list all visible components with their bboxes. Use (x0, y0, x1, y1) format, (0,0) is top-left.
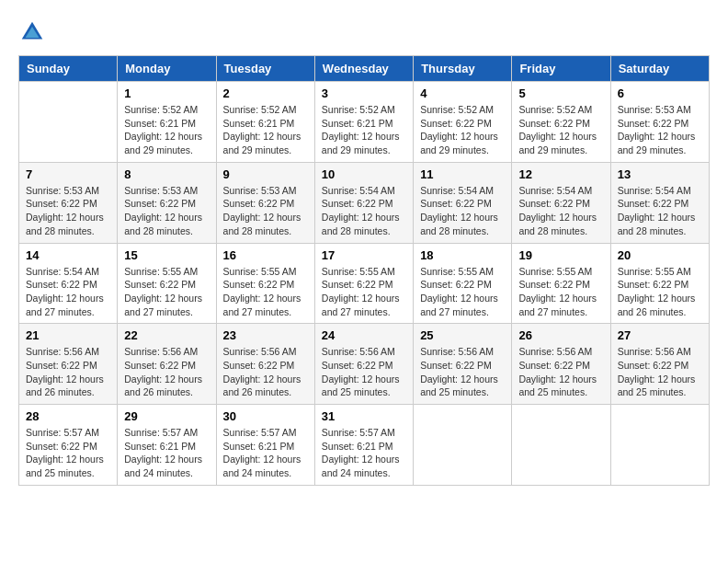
day-cell: 3Sunrise: 5:52 AM Sunset: 6:21 PM Daylig… (314, 82, 413, 163)
col-header-sunday: Sunday (19, 56, 118, 82)
day-cell: 23Sunrise: 5:56 AM Sunset: 6:22 PM Dayli… (216, 324, 314, 405)
day-info: Sunrise: 5:56 AM Sunset: 6:22 PM Dayligh… (26, 345, 110, 399)
day-info: Sunrise: 5:56 AM Sunset: 6:22 PM Dayligh… (223, 345, 308, 399)
day-cell: 26Sunrise: 5:56 AM Sunset: 6:22 PM Dayli… (512, 324, 610, 405)
day-cell: 2Sunrise: 5:52 AM Sunset: 6:21 PM Daylig… (216, 82, 314, 163)
col-header-tuesday: Tuesday (216, 56, 314, 82)
day-info: Sunrise: 5:56 AM Sunset: 6:22 PM Dayligh… (124, 345, 209, 399)
day-number: 7 (26, 167, 110, 181)
day-info: Sunrise: 5:54 AM Sunset: 6:22 PM Dayligh… (322, 184, 406, 238)
day-cell: 8Sunrise: 5:53 AM Sunset: 6:22 PM Daylig… (118, 162, 216, 243)
logo-icon (18, 18, 46, 46)
day-number: 21 (26, 328, 110, 342)
day-info: Sunrise: 5:57 AM Sunset: 6:21 PM Dayligh… (223, 426, 308, 480)
day-cell (512, 405, 610, 486)
day-cell: 7Sunrise: 5:53 AM Sunset: 6:22 PM Daylig… (19, 162, 118, 243)
day-number: 10 (322, 167, 406, 181)
day-cell: 30Sunrise: 5:57 AM Sunset: 6:21 PM Dayli… (216, 405, 314, 486)
day-number: 5 (518, 86, 603, 100)
day-cell: 20Sunrise: 5:55 AM Sunset: 6:22 PM Dayli… (610, 243, 709, 324)
day-cell: 17Sunrise: 5:55 AM Sunset: 6:22 PM Dayli… (314, 243, 413, 324)
logo (18, 18, 50, 46)
day-cell: 9Sunrise: 5:53 AM Sunset: 6:22 PM Daylig… (216, 162, 314, 243)
day-number: 29 (124, 409, 209, 423)
day-info: Sunrise: 5:56 AM Sunset: 6:22 PM Dayligh… (322, 345, 406, 399)
day-number: 2 (223, 86, 308, 100)
day-cell: 16Sunrise: 5:55 AM Sunset: 6:22 PM Dayli… (216, 243, 314, 324)
day-info: Sunrise: 5:52 AM Sunset: 6:22 PM Dayligh… (518, 103, 603, 157)
day-number: 27 (618, 328, 702, 342)
day-info: Sunrise: 5:55 AM Sunset: 6:22 PM Dayligh… (518, 265, 603, 319)
day-info: Sunrise: 5:53 AM Sunset: 6:22 PM Dayligh… (124, 184, 209, 238)
day-number: 16 (223, 248, 308, 262)
day-cell: 25Sunrise: 5:56 AM Sunset: 6:22 PM Dayli… (414, 324, 512, 405)
day-cell: 12Sunrise: 5:54 AM Sunset: 6:22 PM Dayli… (512, 162, 610, 243)
day-number: 28 (26, 409, 110, 423)
day-number: 15 (124, 248, 209, 262)
day-info: Sunrise: 5:55 AM Sunset: 6:22 PM Dayligh… (420, 265, 505, 319)
day-number: 30 (223, 409, 308, 423)
header (18, 18, 710, 46)
day-cell: 14Sunrise: 5:54 AM Sunset: 6:22 PM Dayli… (19, 243, 118, 324)
day-info: Sunrise: 5:52 AM Sunset: 6:21 PM Dayligh… (322, 103, 406, 157)
week-row-3: 14Sunrise: 5:54 AM Sunset: 6:22 PM Dayli… (19, 243, 710, 324)
day-cell: 11Sunrise: 5:54 AM Sunset: 6:22 PM Dayli… (414, 162, 512, 243)
day-info: Sunrise: 5:53 AM Sunset: 6:22 PM Dayligh… (618, 103, 702, 157)
day-number: 4 (420, 86, 505, 100)
day-cell: 6Sunrise: 5:53 AM Sunset: 6:22 PM Daylig… (610, 82, 709, 163)
day-info: Sunrise: 5:56 AM Sunset: 6:22 PM Dayligh… (420, 345, 505, 399)
week-row-4: 21Sunrise: 5:56 AM Sunset: 6:22 PM Dayli… (19, 324, 710, 405)
day-info: Sunrise: 5:55 AM Sunset: 6:22 PM Dayligh… (322, 265, 406, 319)
day-number: 25 (420, 328, 505, 342)
col-header-monday: Monday (118, 56, 216, 82)
day-cell: 21Sunrise: 5:56 AM Sunset: 6:22 PM Dayli… (19, 324, 118, 405)
day-cell: 28Sunrise: 5:57 AM Sunset: 6:22 PM Dayli… (19, 405, 118, 486)
day-cell (610, 405, 709, 486)
day-number: 1 (124, 86, 209, 100)
day-number: 8 (124, 167, 209, 181)
day-info: Sunrise: 5:53 AM Sunset: 6:22 PM Dayligh… (223, 184, 308, 238)
day-info: Sunrise: 5:55 AM Sunset: 6:22 PM Dayligh… (223, 265, 308, 319)
day-cell: 22Sunrise: 5:56 AM Sunset: 6:22 PM Dayli… (118, 324, 216, 405)
day-info: Sunrise: 5:52 AM Sunset: 6:21 PM Dayligh… (223, 103, 308, 157)
day-info: Sunrise: 5:56 AM Sunset: 6:22 PM Dayligh… (518, 345, 603, 399)
day-cell: 24Sunrise: 5:56 AM Sunset: 6:22 PM Dayli… (314, 324, 413, 405)
week-row-5: 28Sunrise: 5:57 AM Sunset: 6:22 PM Dayli… (19, 405, 710, 486)
day-number: 18 (420, 248, 505, 262)
day-number: 3 (322, 86, 406, 100)
day-number: 13 (618, 167, 702, 181)
col-header-wednesday: Wednesday (314, 56, 413, 82)
day-number: 26 (518, 328, 603, 342)
day-number: 19 (518, 248, 603, 262)
day-cell: 4Sunrise: 5:52 AM Sunset: 6:22 PM Daylig… (414, 82, 512, 163)
col-header-friday: Friday (512, 56, 610, 82)
day-number: 23 (223, 328, 308, 342)
day-info: Sunrise: 5:52 AM Sunset: 6:21 PM Dayligh… (124, 103, 209, 157)
day-cell: 18Sunrise: 5:55 AM Sunset: 6:22 PM Dayli… (414, 243, 512, 324)
day-info: Sunrise: 5:57 AM Sunset: 6:21 PM Dayligh… (322, 426, 406, 480)
day-number: 14 (26, 248, 110, 262)
day-info: Sunrise: 5:54 AM Sunset: 6:22 PM Dayligh… (26, 265, 110, 319)
day-info: Sunrise: 5:55 AM Sunset: 6:22 PM Dayligh… (124, 265, 209, 319)
day-number: 9 (223, 167, 308, 181)
day-cell: 13Sunrise: 5:54 AM Sunset: 6:22 PM Dayli… (610, 162, 709, 243)
day-number: 24 (322, 328, 406, 342)
day-info: Sunrise: 5:57 AM Sunset: 6:21 PM Dayligh… (124, 426, 209, 480)
day-cell (19, 82, 118, 163)
col-header-saturday: Saturday (610, 56, 709, 82)
header-row: SundayMondayTuesdayWednesdayThursdayFrid… (19, 56, 710, 82)
day-number: 22 (124, 328, 209, 342)
day-info: Sunrise: 5:53 AM Sunset: 6:22 PM Dayligh… (26, 184, 110, 238)
day-cell: 15Sunrise: 5:55 AM Sunset: 6:22 PM Dayli… (118, 243, 216, 324)
day-cell: 19Sunrise: 5:55 AM Sunset: 6:22 PM Dayli… (512, 243, 610, 324)
day-number: 17 (322, 248, 406, 262)
week-row-1: 1Sunrise: 5:52 AM Sunset: 6:21 PM Daylig… (19, 82, 710, 163)
calendar-table: SundayMondayTuesdayWednesdayThursdayFrid… (18, 55, 710, 486)
day-cell: 27Sunrise: 5:56 AM Sunset: 6:22 PM Dayli… (610, 324, 709, 405)
day-info: Sunrise: 5:57 AM Sunset: 6:22 PM Dayligh… (26, 426, 110, 480)
day-info: Sunrise: 5:52 AM Sunset: 6:22 PM Dayligh… (420, 103, 505, 157)
day-info: Sunrise: 5:54 AM Sunset: 6:22 PM Dayligh… (618, 184, 702, 238)
day-cell: 31Sunrise: 5:57 AM Sunset: 6:21 PM Dayli… (314, 405, 413, 486)
day-number: 20 (618, 248, 702, 262)
day-cell: 29Sunrise: 5:57 AM Sunset: 6:21 PM Dayli… (118, 405, 216, 486)
